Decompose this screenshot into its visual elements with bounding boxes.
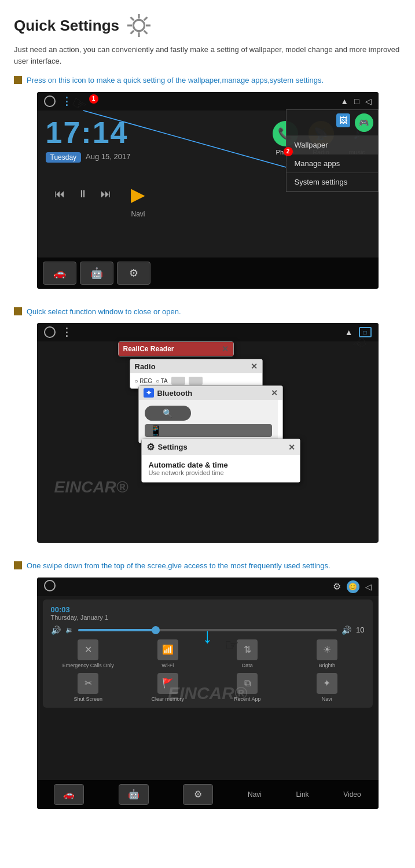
home-icon[interactable] bbox=[44, 95, 56, 107]
emergency-label: Emergency Calls Only bbox=[63, 663, 114, 668]
sc3-tab-car[interactable]: 🚗 bbox=[54, 784, 84, 805]
bluetooth-close-icon[interactable]: ✕ bbox=[271, 388, 278, 398]
section1-square bbox=[14, 76, 22, 84]
settings-title: Settings bbox=[158, 443, 188, 451]
sc1-bottom-tabs: 🚗 🤖 ⚙ bbox=[37, 258, 379, 289]
section1-label: Press on this icon to make a quick setti… bbox=[14, 75, 401, 86]
sc3-bottom-bar: 🚗 🤖 ⚙ Navi Link Video bbox=[37, 780, 379, 809]
sc3-navi-tab[interactable]: Navi bbox=[248, 790, 262, 799]
realice-close-icon[interactable]: ✕ bbox=[222, 344, 229, 354]
radio-titlebar: Radio ✕ bbox=[130, 359, 262, 373]
forward-icon[interactable]: ⏭ bbox=[101, 188, 111, 200]
data-label: Data bbox=[242, 663, 253, 668]
data-icon: ⇅ bbox=[237, 639, 258, 660]
sc3-link-tab[interactable]: Link bbox=[296, 790, 309, 799]
sc3-back-icon[interactable]: ◁ bbox=[365, 582, 372, 591]
sc3-home-icon[interactable] bbox=[44, 580, 56, 591]
settings-close-icon[interactable]: ✕ bbox=[288, 443, 295, 452]
volume-mid-icon: 🔉 bbox=[65, 626, 74, 634]
settings-row1-sub: Use network provided time bbox=[149, 469, 293, 476]
radio-btn-1[interactable] bbox=[171, 377, 185, 385]
section3-text: One swipe down from the top of the scree… bbox=[27, 560, 330, 572]
sc3-tab-settings-btn[interactable]: ⚙ bbox=[183, 784, 213, 805]
emergency-icon: ✕ bbox=[78, 639, 98, 660]
sc3-quick-grid: ✕ Emergency Calls Only 📶 Wi-Fi ⇅ Data ☀ … bbox=[51, 639, 365, 702]
settings-body: Automatic date & time Use network provid… bbox=[142, 455, 300, 482]
navi-quick-label: Navi bbox=[322, 696, 332, 702]
recents-icon[interactable]: □ bbox=[354, 97, 359, 106]
sc3-gear-icon[interactable]: ⚙ bbox=[333, 581, 341, 592]
page-title: Quick Settings bbox=[14, 17, 119, 35]
quick-wifi[interactable]: 📶 Wi-Fi bbox=[130, 639, 205, 668]
bluetooth-device-icon-1: 📱 bbox=[149, 424, 162, 437]
sc2-menu-icon[interactable]: ⋮ bbox=[61, 326, 72, 339]
quick-shut-screen[interactable]: ✂ Shut Screen bbox=[51, 673, 126, 702]
system-settings-label: System settings bbox=[295, 178, 348, 186]
radio-title: Radio bbox=[135, 362, 156, 371]
sc3-time-display: 00:03 Thursday, January 1 bbox=[51, 605, 365, 621]
settings-gear-icon: ⚙ bbox=[146, 442, 155, 453]
user-emoji: 😊 bbox=[348, 583, 357, 591]
volume-level: 10 bbox=[356, 626, 364, 634]
screenshot-1: ⋮ ▲ □ ◁ 1 ☞ 17:14 Tuesday Aug 15, 2017 bbox=[37, 92, 379, 289]
tab-car[interactable]: 🚗 bbox=[43, 262, 76, 285]
navi-label: Navi bbox=[131, 210, 145, 218]
radio-ta-label: ○ TA bbox=[156, 378, 168, 384]
realice-titlebar: RealICe Reader ✕ bbox=[119, 342, 233, 356]
window-realice: RealICe Reader ✕ bbox=[118, 341, 234, 356]
menu-item-system-settings[interactable]: System settings bbox=[287, 173, 378, 192]
rewind-icon[interactable]: ⏮ bbox=[54, 188, 65, 200]
recent-app-label: Recent App bbox=[234, 696, 261, 702]
screenshot-3: ⚙ 😊 ◁ ↓ ☞ 00:03 Thursday, January 1 🔊 🔉 bbox=[37, 578, 379, 809]
sc2-statusbar: ⋮ ▲ □ bbox=[37, 323, 379, 341]
sc2-up-icon[interactable]: ▲ bbox=[345, 328, 353, 337]
bluetooth-search-box[interactable]: 🔍 bbox=[145, 406, 191, 421]
bluetooth-titlebar: ✦ Bluetooth ✕ bbox=[139, 386, 282, 400]
quick-recent-app[interactable]: ⧉ Recent App bbox=[210, 673, 285, 702]
quick-data[interactable]: ⇅ Data bbox=[210, 639, 285, 668]
gear-icon bbox=[125, 12, 153, 39]
sc3-home-icon-wrap bbox=[44, 580, 56, 593]
radio-btn-2[interactable] bbox=[189, 377, 203, 385]
sc3-finger-icon: ☞ bbox=[225, 635, 239, 654]
clear-memory-icon: 🚩 bbox=[157, 673, 178, 694]
shut-screen-icon: ✂ bbox=[78, 673, 98, 694]
section2-label: Quick select function window to close or… bbox=[14, 306, 401, 318]
radio-reg-label: ○ REG bbox=[135, 378, 153, 384]
sc1-clock: 17:14 bbox=[46, 115, 267, 150]
back-icon[interactable]: ▲ bbox=[340, 97, 348, 106]
screenshot-2: ⋮ ▲ □ ☞ RealICe Reader ✕ Radio ✕ ○ bbox=[37, 323, 379, 543]
tab-settings[interactable]: ⚙ bbox=[117, 262, 150, 285]
sc2-home-icon[interactable] bbox=[44, 326, 56, 338]
volume-thumb[interactable] bbox=[152, 626, 160, 634]
menu-item-wallpaper[interactable]: Wallpaper bbox=[287, 136, 378, 155]
radio-close-icon[interactable]: ✕ bbox=[251, 362, 258, 371]
quick-navi[interactable]: ✦ Navi bbox=[289, 673, 365, 702]
tab-android[interactable]: 🤖 bbox=[80, 262, 113, 285]
sc1-dropdown-menu: 🖼 🎮 Wallpaper Manage apps System setting… bbox=[286, 109, 379, 192]
svg-point-0 bbox=[133, 20, 144, 31]
sc3-time: 00:03 bbox=[51, 605, 365, 614]
svg-line-5 bbox=[131, 17, 134, 21]
menu-item-manage-apps[interactable]: Manage apps bbox=[287, 155, 378, 173]
svg-line-6 bbox=[144, 31, 148, 34]
sc3-video-tab[interactable]: Video bbox=[343, 790, 361, 799]
navi-icon: ✦ bbox=[317, 673, 337, 694]
badge-2: 2 bbox=[284, 147, 293, 156]
manage-apps-label: Manage apps bbox=[295, 159, 340, 168]
quick-clear-memory[interactable]: 🚩 Clear memory bbox=[130, 673, 205, 702]
sc3-tab-android[interactable]: 🤖 bbox=[119, 784, 149, 805]
header-description: Just need an action, you can convenientl… bbox=[14, 44, 401, 67]
svg-line-7 bbox=[144, 17, 148, 21]
quick-brightness[interactable]: ☀ Brighth bbox=[289, 639, 365, 668]
pause-icon[interactable]: ⏸ bbox=[78, 188, 88, 200]
window-settings: ⚙ Settings ✕ Automatic date & time Use n… bbox=[141, 439, 300, 483]
navigation-arrow-icon: ▶ bbox=[131, 183, 145, 205]
sc3-user-icon[interactable]: 😊 bbox=[347, 580, 359, 593]
brightness-icon: ☀ bbox=[317, 639, 337, 660]
volume-fill bbox=[78, 629, 156, 631]
bt-title-group: ✦ Bluetooth bbox=[144, 388, 193, 398]
quick-emergency[interactable]: ✕ Emergency Calls Only bbox=[51, 639, 126, 668]
home-btn-icon[interactable]: ◁ bbox=[365, 97, 372, 106]
bluetooth-device-row-1[interactable]: 📱 bbox=[145, 424, 272, 437]
